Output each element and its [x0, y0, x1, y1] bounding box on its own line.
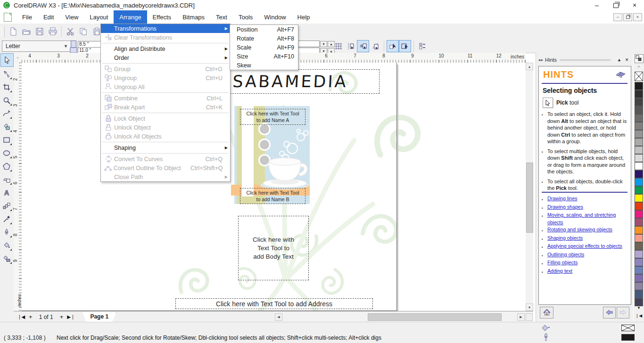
color-swatch[interactable] [635, 258, 643, 266]
color-swatch[interactable] [635, 130, 643, 138]
color-swatch[interactable] [635, 202, 643, 210]
menu-item-close-path[interactable]: Close Path▶ [101, 172, 230, 181]
menu-bitmaps[interactable]: Bitmaps [177, 10, 210, 24]
pick-tool-icon[interactable] [543, 98, 553, 108]
submenu-item-size[interactable]: SizeAlt+F10 [230, 52, 298, 61]
copy-button[interactable] [77, 25, 90, 38]
doc-minimize-button[interactable]: – [613, 13, 622, 21]
name-a-placeholder[interactable]: Click here with Text Toolto add Name A [240, 109, 305, 125]
menu-item-combine[interactable]: CombineCtrl+L [101, 94, 230, 103]
h-scroll-thumb[interactable] [368, 313, 502, 321]
menu-item-unlock-object[interactable]: Unlock Object [101, 123, 230, 132]
color-swatch[interactable] [635, 298, 643, 306]
open-button[interactable] [20, 25, 33, 38]
scrollbar-corner[interactable] [526, 313, 533, 321]
color-swatch[interactable] [635, 234, 643, 242]
interactive-blend-tool[interactable] [0, 199, 13, 212]
scroll-up-button[interactable]: ▲ [526, 63, 533, 70]
shape-tool[interactable] [0, 67, 13, 80]
basic-shapes-tool[interactable] [0, 173, 13, 186]
color-swatch[interactable] [635, 178, 643, 186]
palette-expand-button[interactable]: ❘◀ [635, 313, 643, 319]
ellipse-tool[interactable] [0, 147, 13, 159]
freehand-tool[interactable] [0, 107, 13, 120]
dynamic-guides-button[interactable] [369, 40, 381, 52]
add-page-after-button[interactable]: + [58, 313, 66, 320]
fill-tool[interactable] [0, 239, 13, 252]
menu-help[interactable]: Help [292, 10, 316, 24]
add-page-before-button[interactable]: + [27, 313, 34, 320]
submenu-item-rotate[interactable]: RotateAlt+F8 [230, 34, 298, 43]
card-circle[interactable] [258, 139, 271, 151]
submenu-item-skew[interactable]: Skew [230, 61, 298, 70]
hint-link-applying-special-effects-to-objects[interactable]: Applying special effects to objects [547, 243, 622, 251]
cut-button[interactable] [64, 25, 76, 38]
menu-effects[interactable]: Effects [147, 10, 177, 24]
close-button[interactable]: × [625, 0, 644, 10]
save-button[interactable] [33, 25, 46, 38]
menu-item-ungroup[interactable]: UngroupCtrl+U [101, 74, 230, 82]
menu-text[interactable]: Text [210, 10, 233, 24]
color-swatch[interactable] [635, 290, 643, 298]
color-swatch[interactable] [635, 282, 643, 290]
menu-item-convert-outline-to-object[interactable]: Convert Outline To ObjectCtrl+Shift+Q [101, 163, 230, 172]
hint-link-moving-scaling-and-stretching-objects[interactable]: Moving, scaling, and stretching objects [547, 212, 629, 226]
nudge-offset-field[interactable] [298, 41, 320, 47]
nudge-down-button[interactable]: ▼ [320, 41, 327, 47]
v-scroll-thumb[interactable] [526, 163, 533, 233]
scroll-right-button[interactable]: ▶ [517, 313, 525, 321]
menu-item-unlock-all-objects[interactable]: Unlock All Objects [101, 132, 230, 141]
color-swatch[interactable] [635, 82, 643, 90]
color-swatch[interactable] [635, 154, 643, 162]
pick-tool[interactable] [0, 53, 14, 67]
polygon-tool[interactable] [0, 160, 13, 172]
palette-scroll-up[interactable]: ▲ [635, 64, 643, 70]
treat-as-filled-button[interactable] [387, 40, 399, 52]
color-swatch[interactable] [635, 114, 643, 122]
color-swatch[interactable] [635, 274, 643, 282]
color-swatch[interactable] [635, 122, 643, 130]
menu-arrange[interactable]: Arrange [114, 10, 147, 24]
eyedropper-tool[interactable] [0, 212, 13, 225]
first-page-button[interactable]: ❘◀ [16, 314, 27, 319]
hint-link-outlining-objects[interactable]: Outlining objects [547, 251, 584, 260]
menu-edit[interactable]: Edit [38, 10, 59, 24]
outline-color-swatch[interactable] [621, 334, 635, 341]
menu-item-order[interactable]: Order▶ [101, 53, 230, 62]
color-swatch[interactable] [635, 90, 643, 98]
crop-tool[interactable] [0, 81, 13, 93]
menu-file[interactable]: File [17, 10, 38, 24]
hint-link-filling-objects[interactable]: Filling objects [547, 259, 578, 268]
marquee-select-button[interactable] [399, 40, 411, 52]
color-swatch[interactable] [635, 186, 643, 194]
body-text-placeholder[interactable]: Click here withText Tool toadd Body Text [238, 216, 309, 280]
doc-close-button[interactable]: × [633, 13, 642, 21]
drawing-canvas[interactable]: NESABAMEDIA Click here with Text Toolto … [22, 63, 526, 311]
restore-button[interactable] [606, 0, 625, 10]
forward-button[interactable] [617, 307, 629, 318]
name-b-placeholder[interactable]: Click here with Text Toolto add Name B [240, 188, 305, 204]
menu-item-ungroup-all[interactable]: Ungroup All [101, 82, 230, 91]
color-swatch[interactable] [635, 210, 643, 218]
menu-item-convert-to-curves[interactable]: Convert To CurvesCtrl+Q [101, 155, 230, 163]
hint-link-rotating-and-skewing-objects[interactable]: Rotating and skewing objects [547, 226, 612, 235]
hint-link-drawing-lines[interactable]: Drawing lines [547, 195, 578, 204]
color-swatch[interactable] [635, 266, 643, 274]
no-color-swatch[interactable] [635, 72, 643, 81]
menu-item-clear-transformations[interactable]: Clear Transformations [101, 33, 230, 42]
coffee-cup-graphic[interactable] [257, 152, 312, 191]
print-button[interactable] [47, 25, 59, 38]
collapse-docker-button[interactable]: ▲ [613, 57, 625, 62]
submenu-item-position[interactable]: PositionAlt+F7 [230, 25, 298, 34]
color-swatch[interactable] [635, 170, 643, 178]
back-button[interactable] [603, 307, 616, 318]
book-icon[interactable] [616, 70, 626, 79]
color-swatch[interactable] [635, 138, 643, 146]
menu-view[interactable]: View [59, 10, 84, 24]
palette-scroll-down[interactable]: ▼ [635, 306, 643, 311]
vertical-scrollbar[interactable]: ▲ ▼ [526, 63, 533, 311]
menu-item-shaping[interactable]: Shaping▶ [101, 143, 230, 152]
menu-tools[interactable]: Tools [233, 10, 258, 24]
color-swatch[interactable] [635, 98, 643, 106]
snap-to-guidelines-button[interactable] [345, 40, 357, 52]
